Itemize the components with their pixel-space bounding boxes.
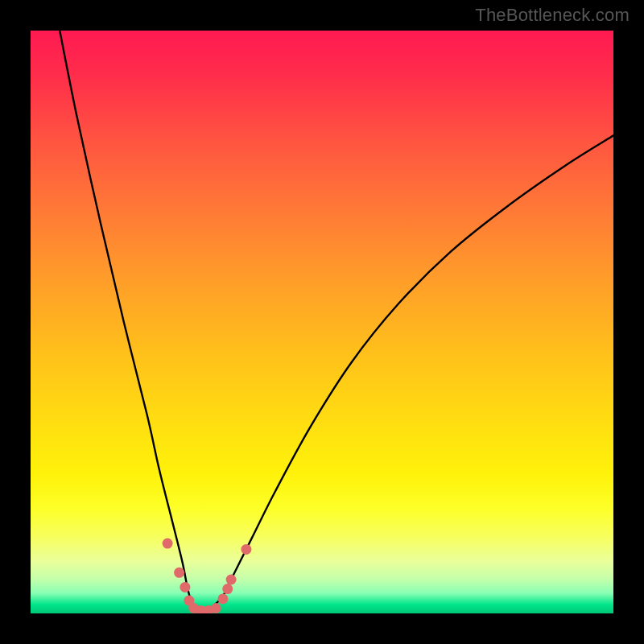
curve-layer xyxy=(31,31,613,613)
plot-area xyxy=(31,31,613,613)
marker-dot xyxy=(163,539,173,549)
marker-dot xyxy=(211,603,221,613)
marker-dot xyxy=(226,575,237,585)
marker-dot xyxy=(174,568,184,578)
marker-dot xyxy=(180,582,190,592)
chart-frame: TheBottleneck.com xyxy=(0,0,644,644)
marker-group xyxy=(163,539,252,613)
marker-dot xyxy=(217,593,228,604)
marker-dot xyxy=(241,544,251,555)
marker-dot xyxy=(222,584,233,594)
watermark-text: TheBottleneck.com xyxy=(475,5,630,26)
bottleneck-curve xyxy=(60,31,613,613)
